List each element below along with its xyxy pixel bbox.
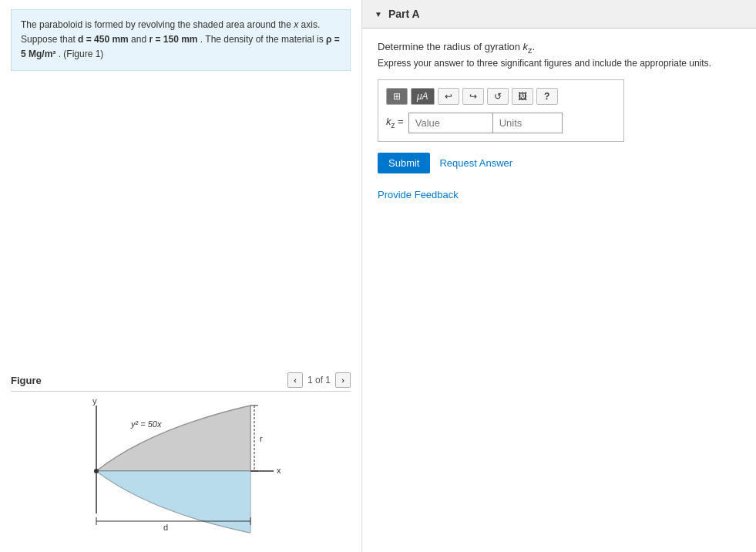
provide-feedback-section: Provide Feedback — [378, 189, 741, 200]
toolbar: ⊞ μA ↩ ↪ ↺ 🖼 ? — [386, 88, 616, 105]
left-panel: The paraboloid is formed by revolving th… — [0, 0, 362, 552]
figure-prev-button[interactable]: ‹ — [287, 372, 303, 388]
figure-title: Figure — [11, 375, 42, 386]
y-axis-label: y — [92, 398, 97, 406]
figure-nav-controls: ‹ 1 of 1 › — [287, 372, 351, 388]
d-label: d — [163, 523, 167, 532]
figure-next-button[interactable]: › — [335, 372, 351, 388]
part-question: Determine the radius of gyration kz. — [378, 41, 741, 55]
equation-label: y² = 50x — [130, 419, 162, 429]
figure-canvas: r d y x y² = 50x — [11, 398, 351, 544]
request-answer-link[interactable]: Request Answer — [439, 157, 512, 169]
x-axis-label: x — [277, 466, 281, 475]
part-instruction: Express your answer to three significant… — [378, 58, 741, 69]
undo-button[interactable]: ↩ — [438, 88, 459, 105]
figure-section: Figure ‹ 1 of 1 › — [0, 372, 361, 544]
help-button[interactable]: ? — [536, 88, 558, 105]
value-input[interactable] — [408, 113, 493, 133]
provide-feedback-link[interactable]: Provide Feedback — [378, 189, 459, 200]
collapse-arrow-icon[interactable]: ▼ — [375, 10, 382, 19]
part-label: Part A — [388, 8, 420, 20]
redo-button[interactable]: ↪ — [462, 88, 484, 105]
svg-point-4 — [94, 469, 99, 473]
answer-box: ⊞ μA ↩ ↪ ↺ 🖼 ? kz = — [378, 79, 624, 142]
units-input[interactable] — [493, 113, 563, 133]
right-panel: ▼ Part A Determine the radius of gyratio… — [362, 0, 756, 552]
r-label: r — [260, 434, 263, 443]
matrix-button[interactable]: ⊞ — [386, 88, 408, 105]
image-button[interactable]: 🖼 — [512, 88, 533, 105]
reset-button[interactable]: ↺ — [487, 88, 509, 105]
kz-label: kz = — [386, 116, 404, 130]
submit-button[interactable]: Submit — [378, 153, 430, 173]
action-row: Submit Request Answer — [378, 153, 741, 173]
figure-page-indicator: 1 of 1 — [307, 375, 331, 385]
figure-svg: r d y x y² = 50x — [50, 398, 312, 540]
problem-text: The paraboloid is formed by revolving th… — [11, 9, 351, 71]
part-content: Determine the radius of gyration kz. Exp… — [362, 29, 756, 213]
input-row: kz = — [386, 113, 616, 133]
mu-button[interactable]: μA — [411, 88, 435, 105]
part-header: ▼ Part A — [362, 0, 756, 29]
figure-header: Figure ‹ 1 of 1 › — [11, 372, 351, 392]
